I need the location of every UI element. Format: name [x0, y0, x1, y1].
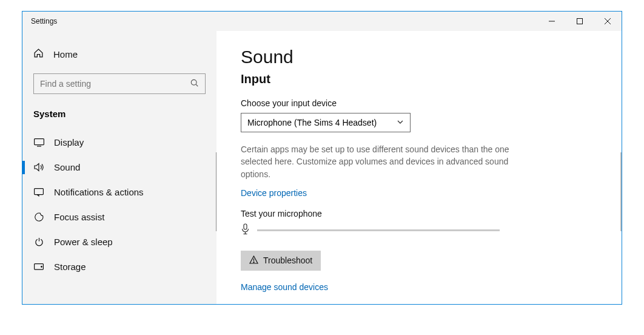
- svg-point-18: [253, 262, 254, 262]
- mic-level-bar: [257, 229, 500, 231]
- choose-input-label: Choose your input device: [241, 98, 597, 108]
- sidebar-item-notifications[interactable]: Notifications & actions: [22, 180, 216, 205]
- display-icon: [33, 138, 44, 147]
- power-icon: [33, 237, 44, 246]
- sidebar-category: System: [22, 105, 216, 130]
- maximize-button[interactable]: [566, 12, 594, 31]
- sidebar-nav: Display Sound Notifications & actions: [22, 130, 216, 279]
- content-pane: Sound Input Choose your input device Mic…: [216, 31, 622, 304]
- minimize-button[interactable]: [538, 12, 566, 31]
- input-description: Certain apps may be set up to use differ…: [241, 143, 514, 180]
- notifications-icon: [33, 188, 44, 197]
- manage-devices-link[interactable]: Manage sound devices: [241, 282, 328, 292]
- test-mic-label: Test your microphone: [241, 209, 597, 218]
- window-controls: [538, 12, 622, 31]
- sidebar-item-display[interactable]: Display: [22, 130, 216, 155]
- content-scrollbar[interactable]: [620, 152, 622, 231]
- search-input[interactable]: [40, 79, 190, 89]
- window-title: Settings: [31, 17, 57, 25]
- chevron-down-icon: [397, 118, 404, 127]
- sidebar-item-power[interactable]: Power & sleep: [22, 229, 216, 254]
- sidebar-item-label: Storage: [54, 262, 86, 272]
- sidebar-item-label: Notifications & actions: [54, 187, 144, 197]
- sidebar-item-storage[interactable]: Storage: [22, 254, 216, 279]
- minimize-icon: [549, 18, 555, 24]
- svg-rect-6: [34, 138, 44, 144]
- input-device-select[interactable]: Microphone (The Sims 4 Headset): [241, 113, 411, 132]
- sidebar-item-sound[interactable]: Sound: [22, 155, 216, 180]
- troubleshoot-label: Troubleshoot: [263, 255, 312, 265]
- home-nav[interactable]: Home: [22, 42, 216, 66]
- search-icon: [190, 79, 199, 89]
- maximize-icon: [577, 18, 583, 24]
- device-properties-link[interactable]: Device properties: [241, 188, 307, 198]
- svg-rect-9: [35, 188, 44, 194]
- svg-line-5: [196, 84, 198, 86]
- sidebar-item-label: Power & sleep: [54, 237, 113, 247]
- focus-icon: [33, 212, 44, 222]
- sound-icon: [33, 163, 44, 172]
- close-icon: [605, 18, 611, 24]
- sidebar-item-label: Sound: [54, 162, 80, 172]
- sidebar: Home System Display: [22, 31, 216, 304]
- close-button[interactable]: [594, 12, 622, 31]
- home-icon: [33, 48, 44, 60]
- selected-device: Microphone (The Sims 4 Headset): [247, 118, 377, 127]
- section-heading: Input: [241, 72, 597, 86]
- svg-marker-8: [35, 164, 39, 171]
- svg-point-12: [41, 266, 42, 268]
- sidebar-item-focus[interactable]: Focus assist: [22, 205, 216, 229]
- home-label: Home: [53, 49, 78, 59]
- storage-icon: [33, 263, 44, 270]
- warning-icon: [249, 255, 258, 266]
- page-title: Sound: [241, 47, 597, 67]
- svg-point-4: [191, 80, 196, 85]
- search-input-wrap[interactable]: [33, 73, 206, 94]
- mic-test-row: [241, 223, 597, 237]
- svg-rect-13: [244, 224, 247, 229]
- troubleshoot-button[interactable]: Troubleshoot: [241, 251, 321, 271]
- sidebar-item-label: Display: [54, 137, 84, 147]
- settings-window: Settings Home System: [22, 11, 622, 305]
- titlebar: Settings: [22, 12, 622, 31]
- sidebar-item-label: Focus assist: [54, 212, 104, 222]
- microphone-icon: [241, 223, 250, 237]
- svg-rect-1: [577, 19, 583, 24]
